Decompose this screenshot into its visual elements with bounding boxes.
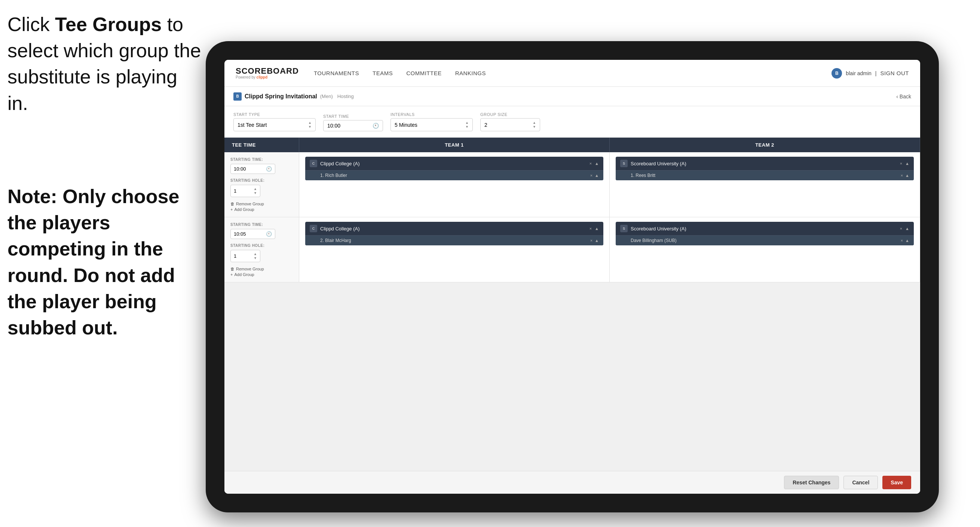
- player-actions-2-2: × ▲: [901, 238, 909, 243]
- starting-time-label-1: STARTING TIME:: [231, 158, 293, 162]
- team2-expand-1[interactable]: ▲: [905, 161, 909, 166]
- remove-group-link-2[interactable]: 🗑 Remove Group: [231, 267, 293, 271]
- team1-card-2[interactable]: C Clippd College (A) × ▲ 2. Blair McHarg: [305, 222, 603, 245]
- th-tee-time: Tee Time: [224, 138, 299, 152]
- nav-user: blair admin: [846, 70, 871, 76]
- nav-links: TOURNAMENTS TEAMS COMMITTEE RANKINGS: [314, 68, 832, 78]
- team1-actions-1: × ▲: [590, 161, 599, 166]
- player-expand-2-1[interactable]: ▲: [905, 173, 909, 178]
- team2-card-1[interactable]: S Scoreboard University (A) × ▲ 1. Rees …: [616, 157, 914, 180]
- clock-icon: 🕙: [372, 123, 379, 129]
- team1-close-1[interactable]: ×: [590, 161, 592, 166]
- start-type-field: Start Type 1st Tee Start ▲ ▼: [234, 112, 316, 131]
- team2-expand-2[interactable]: ▲: [905, 226, 909, 231]
- team2-card-2[interactable]: S Scoreboard University (A) × ▲ Dave Bil…: [616, 222, 914, 245]
- hosting-badge: Hosting: [337, 94, 354, 99]
- tee-time-col-1: STARTING TIME: 10:00 🕙 STARTING HOLE: 1 …: [224, 152, 299, 217]
- save-button[interactable]: Save: [882, 476, 911, 489]
- starting-time-input-1[interactable]: 10:00 🕙: [231, 164, 275, 174]
- group-size-spinner[interactable]: ▲ ▼: [533, 121, 536, 129]
- add-group-link-2[interactable]: + Add Group: [231, 272, 293, 277]
- player-close-2-1[interactable]: ×: [901, 173, 903, 178]
- team2-icon-2: S: [620, 225, 628, 232]
- player-row-1-2: 2. Blair McHarg × ▲: [305, 235, 603, 245]
- navbar: SCOREBOARD Powered by clippd TOURNAMENTS…: [224, 60, 920, 87]
- team2-name-1: Scoreboard University (A): [631, 161, 900, 166]
- team1-icon-1: C: [310, 160, 317, 167]
- nav-teams[interactable]: TEAMS: [372, 68, 393, 78]
- team2-close-1[interactable]: ×: [900, 161, 902, 166]
- team2-actions-2: × ▲: [900, 226, 909, 231]
- team2-col-1: S Scoreboard University (A) × ▲ 1. Rees …: [610, 152, 920, 217]
- team1-expand-1[interactable]: ▲: [595, 161, 599, 166]
- nav-rankings[interactable]: RANKINGS: [455, 68, 486, 78]
- team2-card-header-1: S Scoreboard University (A) × ▲: [616, 157, 914, 170]
- team1-col-2: C Clippd College (A) × ▲ 2. Blair McHarg: [299, 217, 610, 282]
- team1-card-header-1: C Clippd College (A) × ▲: [305, 157, 603, 170]
- player-actions-2-1: × ▲: [901, 173, 909, 178]
- clock-icon-2: 🕙: [266, 231, 272, 237]
- tournament-badge: B: [234, 92, 242, 100]
- trash-icon-1: 🗑: [231, 202, 234, 206]
- player-expand-1-1[interactable]: ▲: [595, 173, 599, 178]
- start-type-spinner[interactable]: ▲ ▼: [308, 121, 312, 129]
- reset-changes-button[interactable]: Reset Changes: [784, 476, 839, 489]
- bottom-bar: Reset Changes Cancel Save: [224, 471, 920, 494]
- trash-icon-2: 🗑: [231, 267, 234, 271]
- intervals-input[interactable]: 5 Minutes ▲ ▼: [390, 118, 473, 131]
- th-team1: Team 1: [299, 138, 610, 152]
- cancel-button[interactable]: Cancel: [843, 476, 878, 489]
- back-button[interactable]: ‹ Back: [896, 94, 911, 99]
- team2-name-2: Scoreboard University (A): [631, 226, 900, 231]
- tablet-frame: SCOREBOARD Powered by clippd TOURNAMENTS…: [206, 41, 939, 513]
- logo-area: SCOREBOARD Powered by clippd: [235, 67, 299, 79]
- player-row-2-2: Dave Billingham (SUB) × ▲: [616, 235, 914, 245]
- add-group-link-1[interactable]: + Add Group: [231, 207, 293, 212]
- team2-icon-1: S: [620, 160, 628, 167]
- nav-signout[interactable]: Sign out: [880, 68, 909, 78]
- starting-hole-label-2: STARTING HOLE:: [231, 244, 293, 248]
- tee-table: Tee Time Team 1 Team 2 STARTING TIME: 10…: [224, 138, 920, 471]
- team1-card-1[interactable]: C Clippd College (A) × ▲ 1. Rich Butler: [305, 157, 603, 180]
- logo-powered: Powered by clippd: [235, 75, 299, 79]
- player-close-1-1[interactable]: ×: [590, 173, 592, 178]
- tournament-type: (Men): [320, 94, 333, 99]
- remove-group-link-1[interactable]: 🗑 Remove Group: [231, 202, 293, 206]
- starting-time-input-2[interactable]: 10:05 🕙: [231, 229, 275, 239]
- plus-icon-1: +: [231, 207, 233, 212]
- player-actions-1-1: × ▲: [590, 173, 599, 178]
- nav-tournaments[interactable]: TOURNAMENTS: [314, 68, 359, 78]
- team2-close-2[interactable]: ×: [900, 226, 902, 231]
- start-time-label: Start Time: [323, 114, 383, 119]
- note-text: Note: Only choose the players competing …: [8, 183, 202, 341]
- content-area: Start Type 1st Tee Start ▲ ▼ Start Time …: [224, 106, 920, 494]
- clock-icon-1: 🕙: [266, 166, 272, 172]
- player-close-2-2[interactable]: ×: [901, 238, 903, 243]
- sub-header: B Clippd Spring Invitational (Men) Hosti…: [224, 87, 920, 106]
- th-team2: Team 2: [610, 138, 920, 152]
- team1-name-2: Clippd College (A): [320, 226, 590, 231]
- group-size-input[interactable]: 2 ▲ ▼: [480, 118, 540, 131]
- team1-close-2[interactable]: ×: [590, 226, 592, 231]
- starting-hole-label-1: STARTING HOLE:: [231, 178, 293, 183]
- hole-number-input-1[interactable]: 1 ▲ ▼: [231, 185, 260, 197]
- team2-col-2: S Scoreboard University (A) × ▲ Dave Bil…: [610, 217, 920, 282]
- tee-time-col-2: STARTING TIME: 10:05 🕙 STARTING HOLE: 1 …: [224, 217, 299, 282]
- team1-expand-2[interactable]: ▲: [595, 226, 599, 231]
- hole-spinner-1[interactable]: ▲ ▼: [254, 187, 257, 195]
- player-row-2-1: 1. Rees Britt × ▲: [616, 170, 914, 180]
- player-close-1-2[interactable]: ×: [590, 238, 592, 243]
- start-type-input[interactable]: 1st Tee Start ▲ ▼: [234, 118, 316, 131]
- intervals-spinner[interactable]: ▲ ▼: [465, 121, 469, 129]
- hole-number-input-2[interactable]: 1 ▲ ▼: [231, 250, 260, 262]
- tee-group-row: STARTING TIME: 10:00 🕙 STARTING HOLE: 1 …: [224, 152, 920, 217]
- nav-committee[interactable]: COMMITTEE: [406, 68, 442, 78]
- nav-right: B blair admin | Sign out: [832, 68, 909, 78]
- player-expand-1-2[interactable]: ▲: [595, 238, 599, 243]
- group-size-label: Group Size: [480, 112, 540, 117]
- tournament-name: Clippd Spring Invitational: [245, 93, 317, 100]
- hole-spinner-2[interactable]: ▲ ▼: [254, 252, 257, 260]
- player-expand-2-2[interactable]: ▲: [905, 238, 909, 243]
- start-time-input[interactable]: 10:00 🕙: [323, 120, 383, 131]
- settings-row: Start Type 1st Tee Start ▲ ▼ Start Time …: [224, 106, 920, 138]
